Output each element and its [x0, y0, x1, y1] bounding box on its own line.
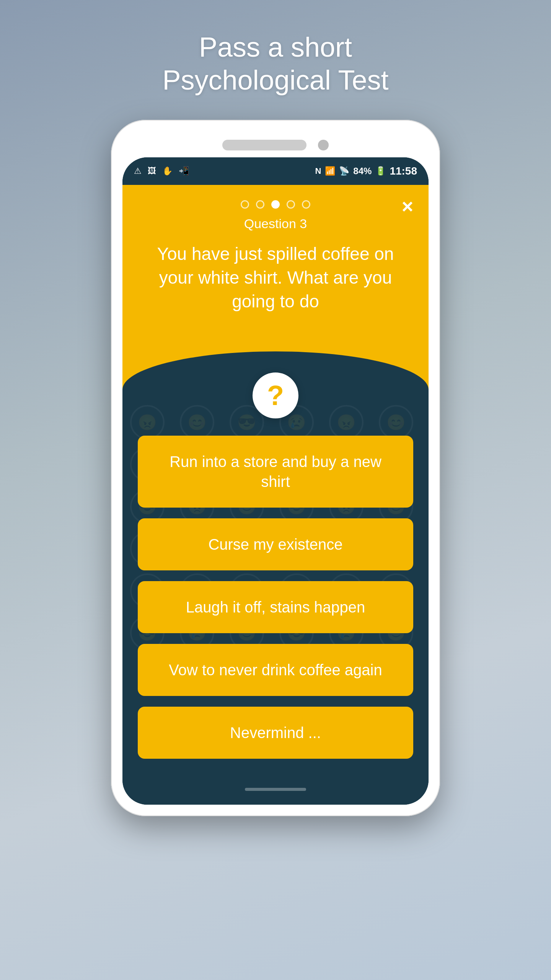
front-camera — [318, 140, 329, 150]
progress-dots — [142, 200, 409, 209]
clock-display: 11:58 — [390, 165, 417, 177]
answer-button-4[interactable]: Vow to never drink coffee again — [138, 644, 413, 696]
battery-icon: 🔋 — [375, 166, 386, 176]
status-bar: ⚠ 🖼 ✋ 📲 N 📶 📡 84% 🔋 11:58 — [122, 157, 429, 185]
battery-percent: 84% — [353, 166, 372, 176]
signal-icon: 📡 — [339, 166, 349, 176]
phone-frame: ⚠ 🖼 ✋ 📲 N 📶 📡 84% 🔋 11:58 × — [111, 120, 440, 816]
quiz-header: × Question 3 You have just spilled coffe… — [122, 185, 429, 351]
dot-4 — [287, 200, 295, 209]
status-icons-left: ⚠ 🖼 ✋ 📲 — [134, 166, 189, 176]
phone-bottom-bar — [122, 774, 429, 805]
phone-top-bar — [122, 131, 429, 157]
dot-3 — [271, 200, 280, 209]
answer-button-5[interactable]: Nevermind ... — [138, 707, 413, 759]
phone-screen: ⚠ 🖼 ✋ 📲 N 📶 📡 84% 🔋 11:58 × — [122, 157, 429, 805]
wifi-icon: 📶 — [325, 166, 335, 176]
dot-5 — [302, 200, 310, 209]
curve-transition: ? — [122, 351, 429, 397]
image-icon: 🖼 — [148, 166, 156, 176]
dot-1 — [241, 200, 249, 209]
hand-icon: ✋ — [162, 166, 173, 176]
nfc-icon: N — [315, 166, 321, 176]
emoji-6: 😊 — [379, 405, 413, 439]
answer-button-3[interactable]: Laugh it off, stains happen — [138, 581, 413, 633]
close-button[interactable]: × — [402, 196, 413, 216]
question-number: Question 3 — [142, 216, 409, 231]
answer-button-2[interactable]: Curse my existence — [138, 518, 413, 570]
answer-button-1[interactable]: Run into a store and buy a new shirt — [138, 436, 413, 508]
emoji-5: 😠 — [329, 405, 364, 439]
speaker-grille — [222, 140, 306, 150]
question-mark-symbol: ? — [267, 382, 284, 409]
page-title: Pass a short Psychological Test — [163, 31, 389, 97]
emoji-1: 😠 — [130, 405, 165, 439]
answers-area: 😠 😊 😎 😢 😠 😊 😊 😎 😠 😊 😢 😎 😎 😠 — [122, 397, 429, 774]
warning-icon: ⚠ — [134, 166, 142, 176]
status-right: N 📶 📡 84% 🔋 11:58 — [315, 165, 417, 177]
question-text: You have just spilled coffee on your whi… — [142, 242, 409, 351]
question-mark-circle: ? — [253, 372, 298, 418]
home-indicator — [245, 788, 306, 791]
download-icon: 📲 — [179, 166, 189, 176]
dot-2 — [256, 200, 264, 209]
emoji-2: 😊 — [180, 405, 214, 439]
